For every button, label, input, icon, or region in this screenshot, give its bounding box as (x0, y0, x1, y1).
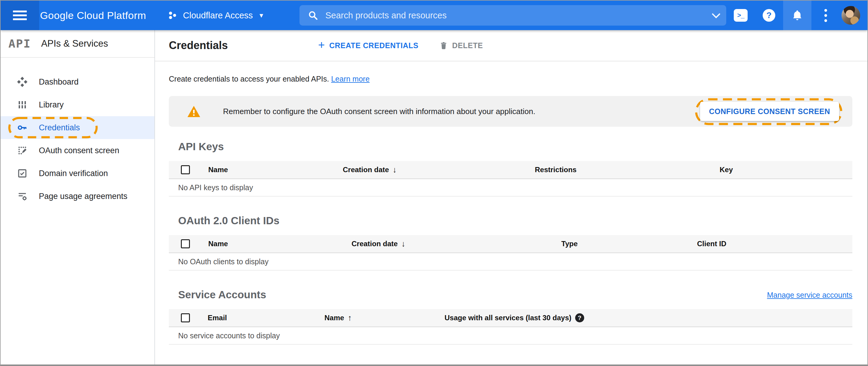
consent-warning-banner: Remember to configure the OAuth consent … (169, 96, 852, 127)
agreements-icon (17, 191, 28, 202)
section-title-api-keys: API Keys (169, 141, 852, 153)
service-accounts-table: Email Name ↑ Usage with all services (la… (169, 309, 852, 345)
sidebar-item-label: OAuth consent screen (39, 146, 119, 155)
learn-more-link[interactable]: Learn more (331, 74, 370, 83)
column-header-name[interactable]: Name (208, 165, 343, 174)
column-header-creation-date[interactable]: Creation date ↓ (343, 165, 535, 175)
section-title-oauth-clients: OAuth 2.0 Client IDs (169, 215, 852, 226)
banner-message: Remember to configure the OAuth consent … (223, 107, 535, 116)
cloud-shell-button[interactable]: >_ (726, 1, 755, 30)
cloud-shell-icon: >_ (734, 9, 748, 22)
api-product-icon: API (8, 37, 31, 50)
caret-down-icon: ▾ (259, 11, 263, 20)
sidebar-title: APIs & Services (41, 38, 108, 49)
bell-icon (791, 8, 804, 22)
column-header-name[interactable]: Name (208, 240, 351, 248)
sidebar-item-oauth-consent-screen[interactable]: OAuth consent screen (1, 139, 154, 162)
search-input[interactable] (326, 10, 712, 21)
sidebar-item-library[interactable]: Library (1, 93, 154, 116)
consent-screen-icon (17, 145, 28, 156)
service-accounts-table-header: Email Name ↑ Usage with all services (la… (169, 309, 852, 327)
warning-icon (187, 105, 201, 118)
api-keys-table: Name Creation date ↓ Restrictions Key No… (169, 161, 852, 196)
main-panel: Credentials + CREATE CREDENTIALS DELETE (155, 30, 867, 365)
column-header-client-id[interactable]: Client ID (697, 240, 852, 248)
select-all-checkbox[interactable] (181, 313, 190, 323)
sidebar-header: API APIs & Services (1, 30, 154, 58)
sidebar-item-credentials[interactable]: Credentials (1, 116, 154, 139)
configure-consent-screen-button[interactable]: CONFIGURE CONSENT SCREEN (700, 102, 839, 121)
sidebar-item-label: Page usage agreements (39, 192, 127, 201)
more-options-button[interactable] (811, 1, 840, 30)
notifications-button[interactable] (783, 1, 811, 30)
sort-desc-icon: ↓ (401, 239, 405, 249)
page-content: Create credentials to access your enable… (155, 74, 867, 345)
oauth-clients-empty-row: No OAuth clients to display (169, 253, 852, 271)
trash-icon (439, 41, 448, 50)
sidebar: API APIs & Services Dashboard (1, 30, 155, 365)
service-accounts-empty-row: No service accounts to display (169, 327, 852, 345)
gcp-console-window: Google Cloud Platform Cloudflare Access … (0, 0, 868, 366)
intro-text: Create credentials to access your enable… (169, 74, 852, 83)
hamburger-icon (13, 8, 27, 22)
plus-icon: + (318, 38, 325, 52)
app-bar: Google Cloud Platform Cloudflare Access … (1, 1, 867, 30)
sort-desc-icon: ↓ (393, 165, 397, 175)
delete-button[interactable]: DELETE (439, 41, 483, 50)
page-toolbar: Credentials + CREATE CREDENTIALS DELETE (155, 30, 867, 61)
help-icon: ? (763, 9, 775, 22)
sidebar-item-label: Dashboard (39, 78, 79, 87)
select-all-checkbox[interactable] (181, 165, 190, 174)
column-header-key[interactable]: Key (720, 165, 852, 174)
domain-verification-icon (17, 168, 28, 179)
manage-service-accounts-link[interactable]: Manage service accounts (767, 291, 852, 300)
kebab-icon (824, 9, 827, 22)
usage-help-icon[interactable]: ? (575, 313, 584, 323)
gcp-logo[interactable]: Google Cloud Platform (40, 1, 146, 30)
column-header-name[interactable]: Name ↑ (324, 313, 444, 323)
account-avatar[interactable] (841, 6, 860, 25)
sidebar-nav: Dashboard Library (1, 58, 154, 208)
sidebar-item-label: Library (39, 100, 64, 110)
section-title-service-accounts: Service Accounts (169, 288, 266, 301)
hamburger-menu-button[interactable] (1, 1, 39, 30)
api-keys-empty-row: No API keys to display (169, 179, 852, 196)
search-expand-chevron-icon[interactable] (712, 10, 720, 18)
oauth-clients-table: Name Creation date ↓ Type Client ID No O… (169, 235, 852, 271)
column-header-type[interactable]: Type (561, 240, 697, 248)
sidebar-item-page-usage-agreements[interactable]: Page usage agreements (1, 185, 154, 208)
sidebar-item-domain-verification[interactable]: Domain verification (1, 162, 154, 185)
create-credentials-button[interactable]: + CREATE CREDENTIALS (318, 40, 418, 52)
search-bar[interactable] (300, 5, 726, 26)
page-title: Credentials (169, 39, 228, 52)
sidebar-item-dashboard[interactable]: Dashboard (1, 70, 154, 93)
column-header-creation-date[interactable]: Creation date ↓ (351, 239, 561, 249)
project-name: Cloudflare Access (183, 10, 253, 21)
select-all-checkbox[interactable] (181, 239, 190, 248)
search-icon (308, 10, 318, 21)
column-header-restrictions[interactable]: Restrictions (535, 165, 720, 174)
project-icon (167, 10, 178, 21)
sidebar-item-label: Domain verification (39, 169, 108, 178)
oauth-clients-table-header: Name Creation date ↓ Type Client ID (169, 235, 852, 253)
project-selector[interactable]: Cloudflare Access ▾ (167, 1, 263, 30)
sort-asc-icon: ↑ (348, 313, 352, 323)
column-header-email[interactable]: Email (208, 314, 324, 322)
dashboard-icon (17, 77, 28, 87)
help-button[interactable]: ? (755, 1, 783, 30)
key-icon (17, 122, 28, 133)
column-header-usage[interactable]: Usage with all services (last 30 days) ? (444, 313, 852, 323)
api-keys-table-header: Name Creation date ↓ Restrictions Key (169, 161, 852, 179)
sidebar-item-label: Credentials (39, 123, 80, 132)
library-icon (17, 99, 28, 110)
appbar-actions: >_ ? (726, 1, 863, 30)
